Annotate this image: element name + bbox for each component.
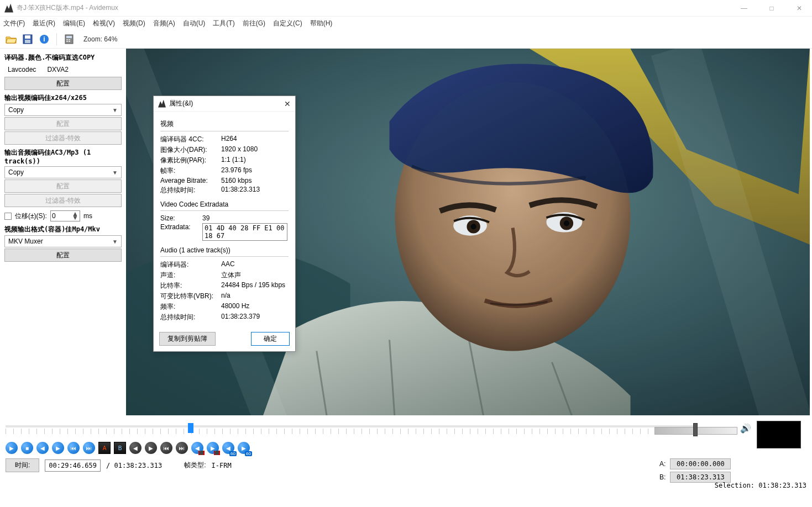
calculator-button[interactable] [62,33,76,46]
menu-goto[interactable]: 前往(G) [243,19,265,28]
play-button[interactable]: ▶ [6,442,18,454]
total-time-label: / 01:38:23.313 [106,462,162,469]
speaker-icon[interactable]: 🔊 [740,423,751,434]
prev-keyframe-button[interactable]: ⏮ [67,442,80,454]
aduration-value: 01:38:23.379 [221,313,260,322]
menu-edit[interactable]: 编辑(E) [63,19,85,28]
zoom-label: Zoom: 64% [83,35,117,43]
menu-audio[interactable]: 音频(A) [153,19,175,28]
marker-a-label: A: [659,460,666,468]
container-config-button[interactable]: 配置 [4,249,122,262]
acodec-value: AAC [221,260,235,270]
channels-value: 立体声 [221,271,241,280]
save-button[interactable] [21,33,34,46]
set-marker-b-button[interactable]: B [114,442,126,454]
audio-config-button[interactable]: 配置 [4,179,122,193]
dialog-titlebar[interactable]: 属性(&I) ✕ [154,96,295,112]
volume-handle[interactable] [693,423,698,436]
decoder-section-title: 译码器.颜色.不编码直选COPY [4,53,122,62]
ok-button[interactable]: 确定 [251,332,290,346]
fwd-1min-button[interactable]: ▶60 [238,442,250,454]
decoder-config-button[interactable]: 配置 [4,77,122,90]
exsize-value: 39 [202,214,209,222]
menu-tools[interactable]: 工具(T) [213,19,234,28]
menu-recent[interactable]: 最近(R) [33,19,55,28]
shift-spinbox[interactable]: 0▲▼ [50,210,80,221]
set-marker-a-button[interactable]: A [98,442,111,454]
marker-b-value[interactable]: 01:38:23.313 [670,472,731,483]
menu-auto[interactable]: 自动(U) [183,19,206,28]
svg-point-20 [395,82,631,351]
avgbitrate-value: 5160 kbps [221,177,252,184]
freq-key: 频率: [160,302,221,311]
time-label-button[interactable]: 时间: [6,458,39,472]
next-cut-button[interactable]: ▶ [145,442,157,454]
chevron-down-icon: ▼ [112,239,118,245]
menu-file[interactable]: 文件(F) [3,19,25,28]
selection-duration: Selection: 01:38:23.313 [715,482,806,489]
window-titlebar: 奇J·笨X孩HC版本.mp4 - Avidemux — □ ✕ [0,0,812,17]
extradata-group-label: Video Codec Extradata [160,200,289,208]
dxva2-label: DXVA2 [47,66,68,73]
shift-unit: ms [83,212,92,220]
svg-rect-1 [25,35,30,39]
copy-to-clipboard-button[interactable]: 复制到剪贴簿 [159,332,216,346]
goto-end-button[interactable]: ⏭ [176,442,188,454]
maximize-button[interactable]: □ [763,4,780,12]
open-button[interactable] [4,33,18,46]
channels-key: 声道: [160,271,221,280]
next-keyframe-button[interactable]: ⏭ [83,442,95,454]
menu-help[interactable]: 帮助(H) [310,19,333,28]
menu-video[interactable]: 视频(D) [123,19,145,28]
sidebar: 译码器.颜色.不编码直选COPY LavcodecDXVA2 配置 输出视频编码… [0,49,126,418]
prev-black-button[interactable]: ◀⬛ [191,442,203,454]
info-button[interactable]: i [38,33,51,46]
dialog-title: 属性(&I) [169,99,193,108]
stop-button[interactable]: ■ [21,442,33,454]
menu-custom[interactable]: 自定义(C) [273,19,302,28]
close-button[interactable]: ✕ [791,4,808,12]
shift-checkbox[interactable] [4,213,12,220]
svg-rect-7 [66,39,68,40]
audio-out-section-title: 输出音频编码佳AC3/Mp3 (1 track(s)) [4,148,122,165]
imgsize-key: 图像大小(DAR): [160,145,221,155]
dialog-close-button[interactable]: ✕ [284,99,291,108]
timeline-handle[interactable] [188,423,193,433]
timeline-track[interactable] [6,425,696,427]
app-icon [4,4,13,13]
video-config-button[interactable]: 配置 [4,117,122,130]
svg-rect-2 [25,40,30,43]
svg-text:i: i [43,35,45,43]
next-frame-button[interactable]: ▶ [52,442,64,454]
audio-codec-select[interactable]: Copy▼ [4,166,122,178]
audio-filter-button[interactable]: 过滤器-特效 [4,194,122,207]
avgbitrate-key: Average Bitrate: [160,177,221,184]
back-1min-button[interactable]: ◀60 [222,442,234,454]
video-codec-select[interactable]: Copy▼ [4,104,122,116]
chevron-down-icon: ▼ [112,107,118,113]
next-black-button[interactable]: ▶⬛ [207,442,219,454]
prev-cut-button[interactable]: ◀ [129,442,142,454]
prev-frame-button[interactable]: ◀ [36,442,49,454]
extradata-key: Extradata: [160,223,202,241]
extradata-input[interactable]: 01 4D 40 28 FF E1 00 18 67 [202,223,287,241]
volume-slider[interactable] [654,423,737,433]
marker-a-value[interactable]: 00:00:00.000 [670,458,731,469]
imgsize-value: 1920 x 1080 [221,145,258,155]
menu-view[interactable]: 检视(V) [93,19,115,28]
par-value: 1:1 (1:1) [221,156,246,165]
video-out-section-title: 输出视频编码佳x264/x265 [4,93,122,103]
lavcodec-label: Lavcodec [8,66,36,73]
vbr-key: 可变比特率(VBR): [160,292,221,301]
goto-start-button[interactable]: ⏮ [160,442,172,454]
freq-value: 48000 Hz [221,302,249,311]
app-icon [158,100,166,108]
shift-label: 位移(±)(S): [15,212,47,221]
video-filter-button[interactable]: 过滤器-特效 [4,131,122,145]
timeline[interactable]: 🔊 [6,423,806,437]
menu-bar: 文件(F) 最近(R) 编辑(E) 检视(V) 视频(D) 音频(A) 自动(U… [0,17,812,30]
container-select[interactable]: MKV Muxer▼ [4,235,122,247]
minimize-button[interactable]: — [736,4,752,12]
current-time-input[interactable]: 00:29:46.659 [45,460,101,472]
ab-markers-panel: A:00:00:00.000 B:01:38:23.313 [659,458,737,485]
